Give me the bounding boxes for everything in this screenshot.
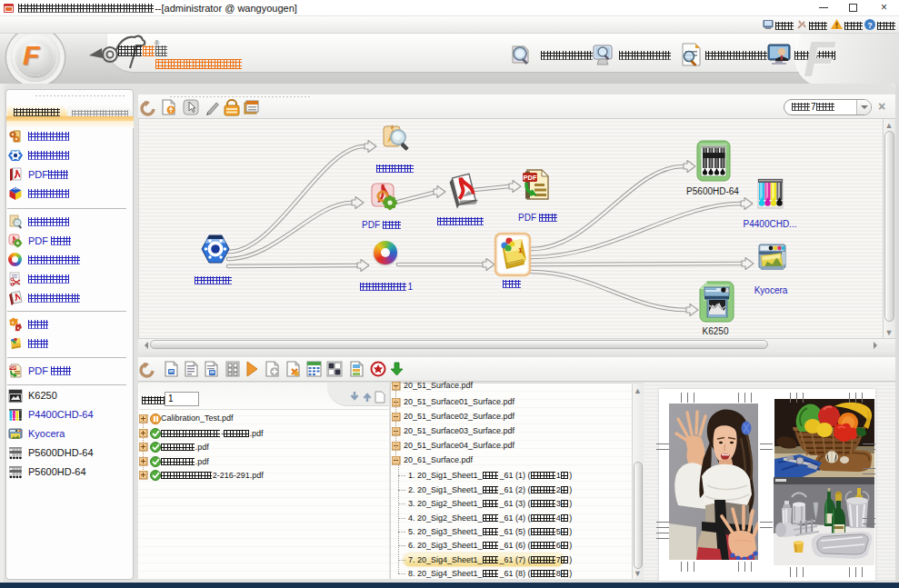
- svg-text:1: 1: [518, 246, 523, 254]
- svg-text:?: ?: [867, 21, 873, 30]
- svg-text:PDF: PDF: [524, 174, 537, 182]
- svg-text:PDF: PDF: [9, 365, 17, 370]
